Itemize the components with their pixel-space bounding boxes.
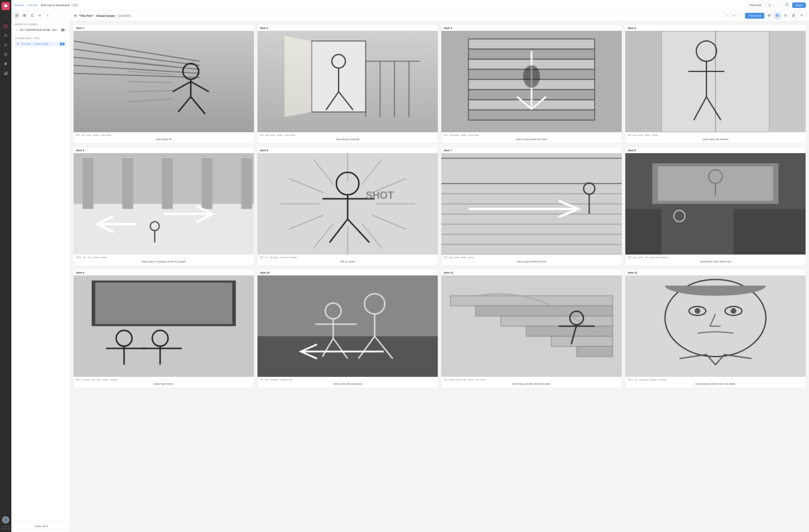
shot-4-desc: Jamie takes the elevator — [625, 137, 806, 143]
comment-button[interactable] — [783, 2, 791, 8]
shot-7-meta: WS · Eye Level · Static · Sticks — [442, 255, 622, 259]
svg-rect-23 — [23, 14, 24, 15]
svg-rect-30 — [768, 15, 771, 16]
tool-help[interactable]: ? — [45, 12, 51, 18]
shot-grid: Shot 1WS · Eye Level · Static · Hand Hel… — [70, 21, 809, 532]
view-link[interactable] — [798, 13, 805, 19]
shot-8-title: Shot 8 — [625, 147, 806, 153]
nav-people[interactable] — [2, 32, 10, 40]
shot-8-desc: Jamie finds Intern behind bar — [625, 259, 806, 265]
zoom-in-button[interactable]: + — [731, 13, 737, 19]
sidebar-toolbar: ? — [11, 11, 70, 20]
shot-list-item-1[interactable]: ⚙ "The Pen" - Chase Scene 12 — [15, 41, 67, 47]
print-view-button[interactable]: Print View — [746, 2, 764, 8]
shot-10-card[interactable]: Shot 10FS · HA · Tracking · Gimbal / Lef… — [257, 269, 438, 388]
svg-rect-25 — [23, 16, 24, 17]
made-by-label: Made ByLeanometry — [1, 526, 11, 530]
main-panel: ⚙ "The Pen" - Chase Scene 12 SHOTS − + +… — [70, 11, 809, 532]
shot-5-card[interactable]: Shot 5EWS · HA · Pan · Sticks / RightInt… — [73, 147, 254, 266]
shot-10-desc: Intern darts off to staircase — [258, 382, 438, 388]
scene-item-label: INT. CONFERENCE ROOM · DAY — [20, 29, 59, 31]
nav-settings[interactable] — [2, 59, 10, 68]
shots-count-badge: 12 SHOTS — [117, 14, 132, 17]
download-button[interactable] — [766, 2, 773, 8]
shot-2-meta: WS · Eye Level · Static · Hand Held — [258, 132, 438, 137]
view-grid-large[interactable] — [774, 13, 780, 19]
shot-list-badge: 12 — [60, 42, 65, 46]
shot-4-meta: MS · Eye Level · Static · Sticks — [625, 132, 806, 137]
shot-9-title: Shot 9 — [74, 269, 254, 275]
imported-scenes-section: IMPORTED SCENES ≡ INT. CONFERENCE ROOM ·… — [11, 20, 70, 34]
svg-point-29 — [39, 15, 40, 16]
shot-12-card[interactable]: Shot 12MCU · LA · Tracking · Gimbal / Fo… — [625, 269, 806, 388]
svg-point-12 — [6, 63, 7, 63]
shot-3-card[interactable]: Shot 3WS · Overhead · Static · Hand Held… — [441, 24, 622, 143]
shot-1-meta: WS · Eye Level · Static · Hand Held — [74, 132, 254, 137]
view-script[interactable] — [790, 13, 797, 19]
select-all-checkbox[interactable] — [740, 14, 743, 17]
svg-rect-34 — [778, 14, 779, 15]
shot-7-card[interactable]: Shot 7WS · Eye Level · Static · SticksIn… — [441, 147, 622, 266]
svg-point-14 — [5, 64, 6, 65]
panel-header-right: − + + New Shot — [725, 13, 805, 19]
breadcrumb-projects[interactable]: Projects — [15, 4, 24, 7]
nav-back[interactable]: ← — [2, 13, 10, 21]
svg-rect-40 — [793, 14, 795, 17]
panel-header: ⚙ "The Pen" - Chase Scene 12 SHOTS − + +… — [70, 11, 809, 21]
shot-10-meta: FS · HA · Tracking · Gimbal / Left — [258, 377, 438, 382]
shot-2-image — [258, 31, 438, 132]
new-list-button[interactable]: + New List ▾ — [14, 523, 68, 530]
shot-12-desc: Jamie watches Intern fall to his death. — [625, 382, 806, 388]
panel-scene-icon: ⚙ — [74, 14, 76, 17]
shot-3-title: Shot 3 — [442, 24, 622, 31]
new-shot-button[interactable]: + New Shot — [745, 13, 764, 19]
more-options-button[interactable]: ··· — [775, 2, 781, 8]
shot-2-desc: Intern finds a stairwell — [258, 137, 438, 143]
shot-5-title: Shot 5 — [74, 147, 254, 153]
shot-4-card[interactable]: Shot 4MS · Eye Level · Static · SticksJa… — [625, 24, 806, 143]
shot-11-image — [442, 275, 622, 377]
breadcrumb-page: Shot Lists & Storyboards — [41, 4, 70, 7]
shot-1-card[interactable]: Shot 1WS · Eye Level · Static · Hand Hel… — [73, 24, 254, 143]
tool-mobile[interactable] — [29, 12, 35, 18]
nav-storyboard[interactable] — [2, 22, 10, 30]
breadcrumb-project[interactable]: The Pen — [28, 4, 37, 7]
shot-6-meta: MS · LA · 360 Spin · Gimbal / Circular — [258, 255, 438, 259]
shot-8-image — [625, 153, 806, 255]
svg-point-13 — [5, 63, 5, 64]
shot-1-desc: Intern darts off — [74, 137, 254, 143]
shot-6-card[interactable]: Shot 6MS · LA · 360 Spin · Gimbal / Circ… — [257, 147, 438, 266]
view-list[interactable] — [782, 13, 789, 19]
shot-12-title: Shot 12 — [625, 269, 806, 275]
shot-6-desc: 360 on Jamie — [258, 259, 438, 265]
shot-9-card[interactable]: Shot 9MFS · 2-Shot / Eye Level · Static … — [73, 269, 254, 388]
shot-11-card[interactable]: Shot 11WS · Deep Focus / HA · Static · J… — [441, 269, 622, 388]
scene-item-1[interactable]: ≡ INT. CONFERENCE ROOM · DAY 0 — [15, 27, 67, 33]
share-button[interactable]: Share — [792, 2, 806, 8]
user-avatar[interactable]: 👤 — [2, 516, 9, 524]
shot-2-title: Shot 2 — [258, 24, 438, 31]
shot-9-image — [74, 275, 254, 377]
nav-lists[interactable] — [2, 41, 10, 49]
svg-rect-15 — [4, 73, 5, 75]
svg-rect-16 — [5, 72, 6, 75]
shot-11-meta: WS · Deep Focus / HA · Static · Jib / Do… — [442, 377, 622, 382]
nav-analytics[interactable] — [2, 69, 10, 77]
shot-4-image — [625, 31, 806, 132]
shot-11-title: Shot 11 — [442, 269, 622, 275]
shot-4-title: Shot 4 — [625, 24, 806, 31]
tool-settings[interactable] — [37, 12, 43, 18]
tool-grid[interactable] — [21, 12, 28, 18]
svg-rect-0 — [4, 25, 7, 28]
nav-scenes[interactable] — [2, 50, 10, 58]
svg-rect-17 — [6, 72, 7, 75]
shot-12-meta: MCU · LA · Tracking · Gimbal / Forward — [625, 377, 806, 382]
zoom-out-button[interactable]: − — [725, 13, 730, 19]
shot-8-card[interactable]: Shot 8WS · Eye Level · Tilt · Hand Held … — [625, 147, 806, 266]
tool-list[interactable] — [14, 12, 20, 18]
sidebar-bottom: + New List ▾ — [11, 520, 70, 532]
view-filmstrip[interactable] — [766, 13, 773, 19]
shot-2-card[interactable]: Shot 2WS · Eye Level · Static · Hand Hel… — [257, 24, 438, 143]
shot-6-image — [258, 153, 438, 255]
version-badge[interactable]: v2 ▾ — [71, 3, 79, 7]
